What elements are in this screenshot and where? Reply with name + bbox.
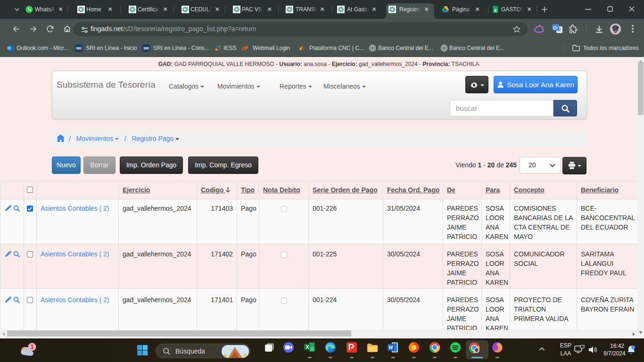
svg-text:1: 1 <box>31 344 34 350</box>
svg-text:SRI: SRI <box>76 47 82 50</box>
svg-text:SRI: SRI <box>143 47 149 50</box>
svg-text:cP: cP <box>242 45 248 51</box>
